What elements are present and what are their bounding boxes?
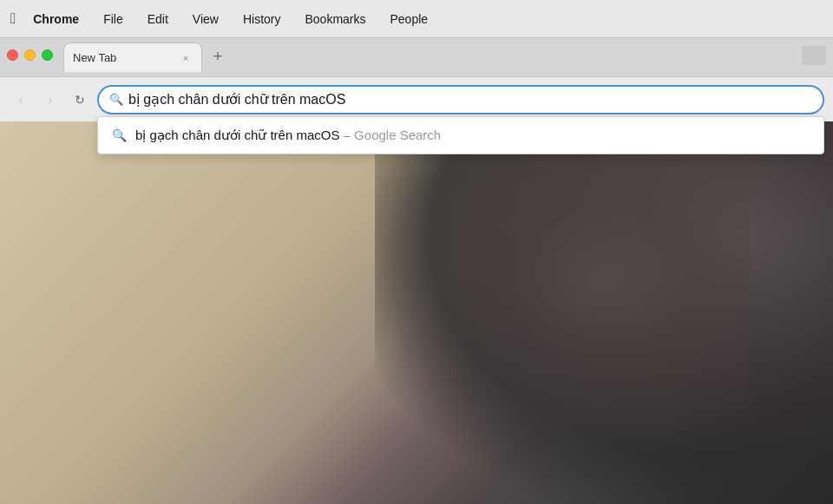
address-bar-wrapper: 🔍 bị gạch chân dưới chữ trên macOS 🔍 bị … bbox=[97, 85, 824, 115]
autocomplete-query: bị gạch chân dưới chữ trên macOS bbox=[135, 128, 339, 142]
autocomplete-dropdown: 🔍 bị gạch chân dưới chữ trên macOS – Goo… bbox=[97, 116, 824, 154]
tab-title: New Tab bbox=[73, 51, 174, 64]
menu-history[interactable]: History bbox=[239, 10, 285, 28]
back-button[interactable]: ‹ bbox=[9, 88, 33, 112]
extension-button[interactable] bbox=[802, 46, 826, 65]
autocomplete-text: bị gạch chân dưới chữ trên macOS – Googl… bbox=[135, 128, 810, 143]
menu-items: Chrome File Edit View History Bookmarks … bbox=[30, 10, 431, 28]
minimize-button[interactable] bbox=[24, 49, 36, 61]
menu-chrome[interactable]: Chrome bbox=[30, 10, 82, 28]
tab-close-button[interactable]: × bbox=[179, 51, 193, 65]
address-bar[interactable]: 🔍 bị gạch chân dưới chữ trên macOS bbox=[97, 85, 824, 115]
toolbar: ‹ › ↻ 🔍 bị gạch chân dưới chữ trên macOS… bbox=[0, 76, 833, 121]
forward-button[interactable]: › bbox=[38, 88, 62, 112]
address-text: bị gạch chân dưới chữ trên macOS bbox=[128, 91, 812, 108]
close-button[interactable] bbox=[7, 49, 18, 61]
page-content bbox=[0, 121, 833, 504]
autocomplete-suffix: – Google Search bbox=[344, 128, 442, 142]
autocomplete-search-icon: 🔍 bbox=[112, 128, 127, 142]
extensions-area bbox=[802, 46, 826, 69]
cloud-overlay-2 bbox=[375, 160, 750, 466]
menu-view[interactable]: View bbox=[189, 10, 222, 28]
tab-bar: New Tab × + bbox=[0, 38, 833, 76]
apple-logo-icon[interactable]:  bbox=[10, 10, 16, 28]
menu-bookmarks[interactable]: Bookmarks bbox=[301, 10, 369, 28]
menu-edit[interactable]: Edit bbox=[144, 10, 172, 28]
menu-file[interactable]: File bbox=[100, 10, 127, 28]
new-tab-button[interactable]: + bbox=[206, 44, 230, 69]
reload-button[interactable]: ↻ bbox=[68, 88, 92, 112]
menu-people[interactable]: People bbox=[387, 10, 432, 28]
maximize-button[interactable] bbox=[42, 49, 53, 61]
traffic-lights bbox=[7, 49, 53, 66]
search-icon: 🔍 bbox=[109, 93, 123, 106]
background-photo bbox=[0, 121, 833, 504]
autocomplete-item[interactable]: 🔍 bị gạch chân dưới chữ trên macOS – Goo… bbox=[98, 117, 823, 154]
menu-bar:  Chrome File Edit View History Bookmark… bbox=[0, 0, 833, 38]
active-tab[interactable]: New Tab × bbox=[63, 43, 202, 72]
